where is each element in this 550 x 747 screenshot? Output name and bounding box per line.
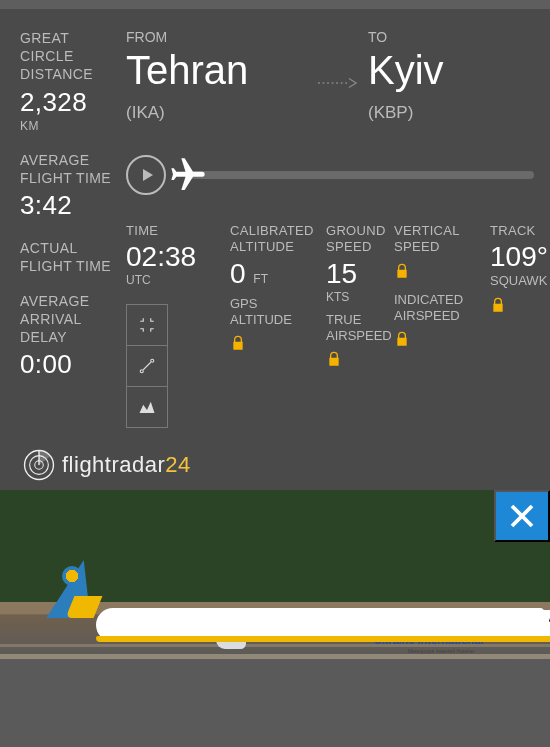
great-circle-distance-block: GREAT CIRCLE DISTANCE 2,328 KM [20,29,112,135]
gcd-label: GREAT CIRCLE DISTANCE [20,29,112,84]
livery-airline-sub: Міжнародні Авіалінії України [408,648,474,654]
compress-button[interactable] [126,304,168,346]
time-col: TIME 02:38 UTC [126,223,226,428]
route-button[interactable] [126,345,168,387]
track-col: TRACK 109° SQUAWK [490,223,550,428]
calalt-label: CALIBRATED ALTITUDE [230,223,322,256]
gs-unit: KTS [326,290,390,304]
time-unit: UTC [126,273,226,287]
progress-track[interactable] [186,171,534,179]
origin-block: FROM Tehran (IKA) [126,29,308,123]
aircraft-photo: Ukraine International Міжнародні Авіалін… [0,490,550,747]
lock-icon [394,330,410,348]
actual-ft-label: ACTUAL FLIGHT TIME [20,239,112,275]
brand-24: 24 [165,452,190,478]
play-button[interactable] [126,155,166,195]
from-label: FROM [126,29,308,45]
gcd-value: 2,328 [20,86,112,120]
altitude-col: CALIBRATED ALTITUDE 0 FT GPS ALTITUDE [230,223,322,428]
play-icon [143,169,153,181]
destination-city: Kyiv [368,49,550,91]
close-icon [507,501,537,531]
playback-row [126,155,550,195]
actual-flight-time-block: ACTUAL FLIGHT TIME [20,239,112,275]
track-label: TRACK [490,223,550,239]
gpsalt-label: GPS ALTITUDE [230,296,322,329]
aad-value: 0:00 [20,348,112,382]
lock-icon [490,296,506,314]
gs-value: 15 [326,260,390,288]
chart-button[interactable] [126,386,168,428]
route-arrow-icon [318,29,358,93]
track-value: 109° [490,243,550,271]
radar-icon [22,448,56,482]
time-value: 02:38 [126,243,226,271]
vspeed-col: VERTICAL SPEED INDICATED AIRSPEED [394,223,486,428]
gcd-unit: KM [20,119,112,135]
flight-detail-panel: GREAT CIRCLE DISTANCE 2,328 KM AVERAGE F… [0,9,550,490]
close-button[interactable] [494,490,550,542]
gs-label: GROUND SPEED [326,223,390,256]
destination-block: TO Kyiv (KBP) [368,29,550,123]
brand-name: flightradar [62,452,165,478]
groundspeed-col: GROUND SPEED 15 KTS TRUE AIRSPEED [326,223,390,428]
tas-label: TRUE AIRSPEED [326,312,390,345]
flightradar24-logo: flightradar24 [22,448,191,482]
avg-arrival-delay-block: AVERAGE ARRIVAL DELAY 0:00 [20,292,112,382]
ias-label: INDICATED AIRSPEED [394,292,486,325]
squawk-label: SQUAWK [490,273,550,289]
origin-code: (IKA) [126,103,308,123]
route-row: FROM Tehran (IKA) TO Kyiv (KBP) [126,29,550,123]
avg-flight-time-block: AVERAGE FLIGHT TIME 3:42 [20,151,112,223]
origin-city: Tehran [126,49,308,91]
aad-label: AVERAGE ARRIVAL DELAY [20,292,112,347]
lock-icon [326,350,342,368]
to-label: TO [368,29,550,45]
panel-drag-handle [0,0,550,9]
time-label: TIME [126,223,226,239]
svg-point-2 [151,360,154,363]
progress-plane-icon [168,155,208,199]
aft-value: 3:42 [20,189,112,223]
aft-label: AVERAGE FLIGHT TIME [20,151,112,187]
calalt-value: 0 FT [230,260,322,288]
metrics-grid: TIME 02:38 UTC [126,223,550,428]
lock-icon [394,262,410,280]
svg-point-1 [140,370,143,373]
lock-icon [230,334,246,352]
destination-code: (KBP) [368,103,550,123]
stats-sidebar: GREAT CIRCLE DISTANCE 2,328 KM AVERAGE F… [20,29,112,428]
vs-label: VERTICAL SPEED [394,223,486,256]
